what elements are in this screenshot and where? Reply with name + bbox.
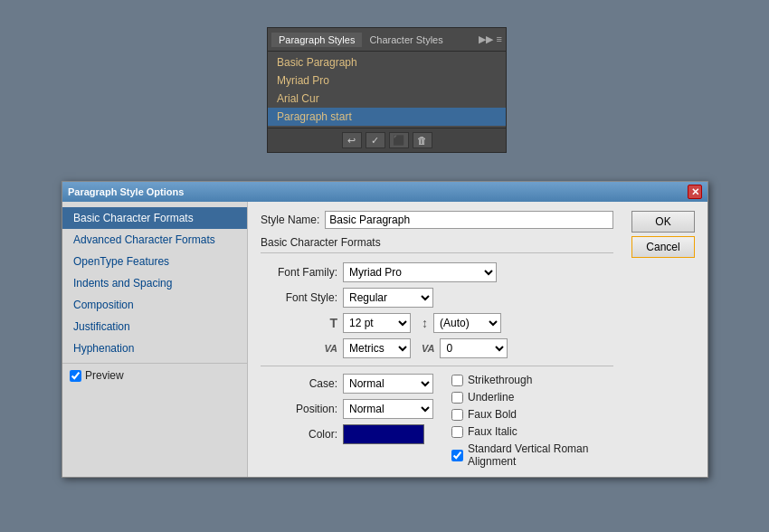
case-position-controls: Case: Normal Position: Normal — [261, 374, 433, 468]
preview-row: Preview — [62, 363, 247, 387]
sidebar-item-composition[interactable]: Composition — [62, 294, 247, 316]
faux-bold-row: Faux Bold — [451, 408, 613, 421]
confirm-button[interactable]: ✓ — [366, 132, 385, 148]
list-item[interactable]: Basic Paragraph — [268, 53, 506, 71]
leading-select[interactable]: (Auto) — [433, 313, 501, 333]
kerning-select[interactable]: Metrics — [343, 338, 411, 358]
underline-row: Underline — [451, 391, 613, 404]
strikethrough-label: Strikethrough — [468, 374, 532, 386]
font-family-select[interactable]: Myriad Pro — [343, 262, 497, 282]
style-name-input[interactable] — [325, 211, 613, 229]
character-styles-tab[interactable]: Character Styles — [362, 33, 450, 47]
faux-italic-row: Faux Italic — [451, 425, 613, 438]
strikethrough-row: Strikethrough — [451, 374, 613, 386]
position-label: Position: — [261, 403, 337, 415]
font-style-select[interactable]: Regular — [343, 288, 433, 308]
underline-label: Underline — [468, 391, 514, 404]
case-position-section: Case: Normal Position: Normal — [261, 374, 613, 468]
standard-alignment-row: Standard Vertical Roman Alignment — [451, 442, 613, 468]
top-row: Style Name: Basic Character Formats Font… — [261, 211, 695, 468]
section-title: Basic Character Formats — [261, 236, 613, 253]
underline-checkbox[interactable] — [451, 392, 463, 404]
color-row: Color: — [261, 424, 433, 444]
options-sidebar: Basic Character Formats Advanced Charact… — [62, 202, 248, 477]
case-label: Case: — [261, 377, 337, 390]
standard-alignment-checkbox[interactable] — [451, 450, 463, 461]
faux-bold-checkbox[interactable] — [451, 409, 463, 421]
preview-label: Preview — [85, 369, 124, 382]
list-item-selected[interactable]: Paragraph start — [268, 108, 506, 126]
kerning-tracking-row: VA Metrics VA 0 — [261, 338, 613, 358]
tracking-select[interactable]: 0 — [440, 338, 508, 358]
style-name-label: Style Name: — [261, 214, 319, 226]
paragraph-styles-tab[interactable]: Paragraph Styles — [271, 33, 362, 47]
menu-icon[interactable]: ≡ — [497, 33, 502, 45]
sidebar-item-hyphenation[interactable]: Hyphenation — [62, 337, 247, 359]
sidebar-item-advanced-character[interactable]: Advanced Character Formats — [62, 229, 247, 251]
font-style-label: Font Style: — [261, 291, 337, 304]
panel-list: Basic Paragraph Myriad Pro Arial Cur Par… — [268, 52, 506, 128]
style-name-row: Style Name: — [261, 211, 613, 229]
panel-header-icons: ▶▶ ≡ — [479, 33, 502, 45]
leading-icon: ↕ — [422, 316, 428, 330]
checkbox-group: Strikethrough Underline Faux Bold — [451, 374, 613, 468]
tracking-icon: VA — [422, 343, 434, 354]
panel-header: Paragraph Styles Character Styles ▶▶ ≡ — [268, 28, 506, 52]
list-item[interactable]: Arial Cur — [268, 90, 506, 108]
forward-arrows-icon[interactable]: ▶▶ — [479, 33, 493, 45]
case-select[interactable]: Normal — [343, 374, 433, 394]
action-buttons: OK Cancel — [622, 211, 695, 468]
size-icon: T — [261, 316, 337, 330]
faux-italic-checkbox[interactable] — [451, 426, 463, 438]
cancel-button[interactable]: Cancel — [631, 236, 695, 258]
sidebar-item-opentype[interactable]: OpenType Features — [62, 251, 247, 272]
position-select[interactable]: Normal — [343, 399, 433, 419]
close-button[interactable]: ✕ — [688, 185, 702, 199]
font-style-row: Font Style: Regular — [261, 288, 613, 308]
color-swatch[interactable] — [343, 424, 424, 444]
preview-checkbox[interactable] — [70, 370, 81, 382]
undo-button[interactable]: ↩ — [342, 132, 362, 148]
dialog-body: Basic Character Formats Advanced Charact… — [62, 202, 707, 477]
color-label: Color: — [261, 428, 337, 441]
font-family-row: Font Family: Myriad Pro — [261, 262, 613, 282]
list-item[interactable]: Myriad Pro — [268, 71, 506, 90]
kerning-icon: VA — [261, 343, 337, 354]
strikethrough-checkbox[interactable] — [451, 375, 463, 386]
dialog-content: Style Name: Basic Character Formats Font… — [248, 202, 707, 477]
sidebar-item-indents-spacing[interactable]: Indents and Spacing — [62, 272, 247, 294]
standard-alignment-label: Standard Vertical Roman Alignment — [468, 442, 613, 468]
divider — [261, 366, 613, 366]
sidebar-item-basic-character[interactable]: Basic Character Formats — [62, 207, 247, 229]
panel-footer: ↩ ✓ ⬛ 🗑 — [268, 128, 506, 152]
dialog-titlebar: Paragraph Style Options ✕ — [62, 182, 707, 202]
case-row: Case: Normal — [261, 374, 433, 394]
size-select[interactable]: 12 pt — [343, 313, 411, 333]
delete-button[interactable]: 🗑 — [413, 132, 432, 148]
paragraph-style-options-dialog: Paragraph Style Options ✕ Basic Characte… — [62, 181, 708, 478]
position-row: Position: Normal — [261, 399, 433, 419]
new-style-button[interactable]: ⬛ — [389, 132, 409, 148]
ok-button[interactable]: OK — [631, 211, 695, 233]
para-styles-panel: Paragraph Styles Character Styles ▶▶ ≡ B… — [267, 27, 507, 153]
sidebar-item-justification[interactable]: Justification — [62, 316, 247, 337]
faux-bold-label: Faux Bold — [468, 408, 517, 421]
dialog-title: Paragraph Style Options — [68, 186, 184, 197]
font-family-label: Font Family: — [261, 266, 337, 279]
size-leading-row: T 12 pt ↕ (Auto) — [261, 313, 613, 333]
faux-italic-label: Faux Italic — [468, 425, 517, 438]
